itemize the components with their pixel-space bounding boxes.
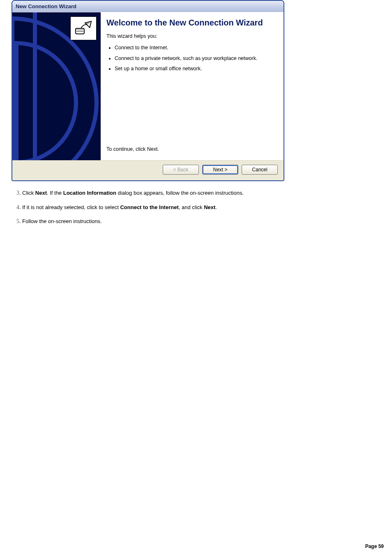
wizard-bullet: Set up a home or small office network. — [115, 66, 276, 72]
dialog-button-row: < Back Next > Cancel — [12, 160, 284, 180]
new-connection-wizard-dialog: New Connection Wizard Welco — [12, 0, 284, 181]
cancel-button[interactable]: Cancel — [242, 165, 278, 175]
bold-term: Next — [35, 190, 47, 196]
page-number: Page 59 — [365, 543, 384, 549]
bold-term: Next — [204, 204, 215, 210]
instruction-steps: Click Next. If the Location Information … — [18, 189, 385, 226]
wizard-bullet-list: Connect to the Internet. Connect to a pr… — [109, 42, 276, 76]
wizard-bullet: Connect to the Internet. — [115, 45, 276, 51]
bold-term: Connect to the Internet — [120, 204, 178, 210]
dialog-title: New Connection Wizard — [16, 3, 76, 9]
back-button[interactable]: < Back — [163, 165, 199, 175]
dialog-body: Welcome to the New Connection Wizard Thi… — [12, 12, 284, 160]
dialog-titlebar: New Connection Wizard — [12, 1, 284, 12]
instruction-step: If it is not already selected, click to … — [22, 203, 385, 212]
wizard-intro: This wizard helps you: — [106, 33, 276, 39]
instruction-step: Click Next. If the Location Information … — [22, 189, 385, 197]
wizard-continue-text: To continue, click Next. — [106, 146, 276, 152]
wizard-bullet: Connect to a private network, such as yo… — [115, 55, 276, 62]
wizard-heading: Welcome to the New Connection Wizard — [106, 18, 276, 28]
wizard-content: Welcome to the New Connection Wizard Thi… — [101, 12, 284, 160]
instruction-step: Follow the on-screen instructions. — [22, 217, 385, 226]
next-button[interactable]: Next > — [202, 165, 238, 175]
bold-term: Location Information — [63, 190, 116, 196]
connection-icon — [70, 16, 97, 40]
wizard-side-panel — [12, 12, 101, 160]
svg-rect-0 — [76, 28, 84, 34]
